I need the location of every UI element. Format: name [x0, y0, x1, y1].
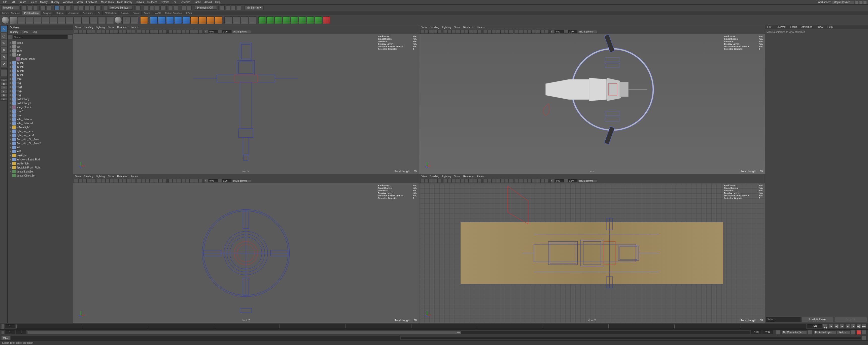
- outliner-item-ring1[interactable]: ⊞ring1: [8, 85, 72, 89]
- expose-icon[interactable]: [540, 179, 545, 183]
- load-attributes-button[interactable]: Load Attributes: [802, 317, 834, 322]
- safe-action-icon[interactable]: [473, 30, 477, 34]
- image-plane-icon[interactable]: [91, 30, 95, 34]
- command-input[interactable]: [11, 336, 400, 340]
- select-camera-icon[interactable]: [420, 179, 424, 183]
- edit-edge-flow-icon[interactable]: [307, 16, 314, 24]
- tree-toggle-icon[interactable]: ⊞: [9, 142, 11, 145]
- shelf-tab-custom[interactable]: Custom: [119, 11, 131, 15]
- gamma-field[interactable]: [568, 30, 578, 33]
- anim-layer-dropdown[interactable]: No Anim Layer: [813, 331, 836, 334]
- motion-blur-icon[interactable]: [536, 30, 540, 34]
- outliner-item-SpotLightFront_Right[interactable]: ⊞SpotLightFront_Right: [8, 166, 72, 170]
- tree-toggle-icon[interactable]: ⊞: [9, 167, 11, 169]
- resolution-gate-icon[interactable]: [460, 179, 464, 183]
- tree-toggle-icon[interactable]: ⊞: [9, 46, 11, 48]
- vp-menu-shading[interactable]: Shading: [83, 26, 94, 29]
- snap-live-icon[interactable]: [95, 5, 100, 10]
- sign-in-button[interactable]: Sign in ▾: [245, 5, 264, 10]
- select-by-component-icon[interactable]: [65, 5, 70, 10]
- grease-pencil-icon[interactable]: [101, 179, 105, 183]
- shadows-icon[interactable]: [509, 179, 513, 183]
- gamma-icon[interactable]: γ: [551, 179, 555, 183]
- outliner-item-front[interactable]: ⊞front: [8, 49, 72, 53]
- polyplatonic-icon[interactable]: [58, 16, 65, 24]
- tree-toggle-icon[interactable]: ⊞: [9, 42, 11, 44]
- tree-toggle-icon[interactable]: ⊟: [9, 54, 11, 56]
- cb-tab-list[interactable]: List: [765, 25, 774, 29]
- menu-windows[interactable]: Windows: [61, 0, 74, 4]
- outliner-item-right_ring_arm1[interactable]: ⊞right_ring_arm1: [8, 133, 72, 137]
- shelf-tab-mash[interactable]: MASH: [152, 11, 163, 15]
- menu-generate[interactable]: Generate: [178, 0, 192, 4]
- 2d-pan-icon[interactable]: [443, 179, 447, 183]
- ghost-icon[interactable]: [226, 5, 230, 10]
- vp-menu-panels[interactable]: Panels: [129, 175, 140, 178]
- polysphere-icon[interactable]: [1, 16, 9, 24]
- go-to-end-button[interactable]: ▶▶|: [862, 324, 867, 329]
- auto-key-icon[interactable]: [851, 330, 856, 335]
- outliner-item-Arm_with_Big_Solar[interactable]: ⊞Arm_with_Big_Solar: [8, 137, 72, 141]
- shelf-tab-curves-surfaces[interactable]: Curves / Surfaces: [0, 11, 23, 15]
- wireframe-on-shaded-icon[interactable]: [496, 179, 500, 183]
- select-by-hierarchy-icon[interactable]: [54, 5, 59, 10]
- outliner-item-imagePlane1[interactable]: imagePlane1: [8, 57, 72, 61]
- vp-menu-shading[interactable]: Shading: [429, 175, 440, 178]
- lock-camera-icon[interactable]: [78, 30, 82, 34]
- snap-grid-icon[interactable]: [73, 5, 78, 10]
- shelf-tab-motion-graphics[interactable]: Motion Graphics: [163, 11, 184, 15]
- smooth-icon[interactable]: [166, 16, 174, 24]
- menu-file[interactable]: File: [1, 0, 8, 4]
- copy-tab-button[interactable]: Copy Tab: [835, 317, 867, 322]
- scale-tool[interactable]: ⤢: [0, 61, 7, 67]
- vp-menu-lighting[interactable]: Lighting: [95, 26, 106, 29]
- field-chart-icon[interactable]: [123, 30, 127, 34]
- safe-title-icon[interactable]: [477, 30, 482, 34]
- menu-uv[interactable]: UV: [171, 0, 178, 4]
- cb-tab-attributes[interactable]: Attributes: [799, 25, 814, 29]
- xray-components-icon[interactable]: [528, 30, 532, 34]
- depth-of-field-icon[interactable]: [532, 30, 536, 34]
- smooth-shade-icon[interactable]: [488, 179, 492, 183]
- gamma-field[interactable]: [222, 30, 231, 33]
- select-tool[interactable]: ↖: [0, 26, 7, 32]
- polyhelix-icon[interactable]: [90, 16, 98, 24]
- merge-icon[interactable]: [282, 16, 290, 24]
- outliner-item-head1[interactable]: ⊞head1: [8, 109, 72, 113]
- vp-menu-shading[interactable]: Shading: [83, 175, 94, 178]
- film-gate-icon[interactable]: [110, 30, 114, 34]
- grid-icon[interactable]: [105, 179, 110, 183]
- colorspace-dropdown[interactable]: sRGB gamma: [231, 179, 251, 182]
- live-surface-dropdown[interactable]: No Live Surface: [109, 6, 133, 9]
- outliner-item-led[interactable]: ⊞led: [8, 145, 72, 149]
- film-gate-icon[interactable]: [456, 30, 460, 34]
- camera-attrs-icon[interactable]: [83, 30, 87, 34]
- use-default-mat-icon[interactable]: [492, 179, 496, 183]
- outliner-item-top[interactable]: ⊞top: [8, 45, 72, 49]
- three-top-layout[interactable]: ▦: [0, 94, 7, 97]
- outliner-item-side[interactable]: ⊟side: [8, 53, 72, 57]
- motion-blur-icon[interactable]: [536, 179, 540, 183]
- gate-mask-icon[interactable]: [465, 30, 469, 34]
- wireframe-on-shaded-icon[interactable]: [496, 30, 500, 34]
- menu-create[interactable]: Create: [17, 0, 27, 4]
- xray-icon[interactable]: [182, 5, 186, 10]
- menu-mesh[interactable]: Mesh: [75, 0, 84, 4]
- vp-menu-renderer[interactable]: Renderer: [116, 26, 129, 29]
- outliner-persp-layout[interactable]: ▭: [0, 97, 7, 101]
- smooth-shade-icon[interactable]: [488, 30, 492, 34]
- extrude-icon[interactable]: [190, 16, 198, 24]
- polytype-icon[interactable]: T: [122, 16, 130, 24]
- move-tool[interactable]: ✥: [0, 47, 7, 53]
- 2d-pan-icon[interactable]: [97, 179, 101, 183]
- tree-toggle-icon[interactable]: ⊞: [9, 130, 11, 133]
- textured-icon[interactable]: [154, 179, 158, 183]
- shadows-icon[interactable]: [163, 30, 167, 34]
- vp-menu-panels[interactable]: Panels: [129, 26, 140, 29]
- set-key-icon[interactable]: [857, 330, 861, 335]
- vp-menu-panels[interactable]: Panels: [475, 175, 486, 178]
- construction-history-icon[interactable]: [136, 5, 141, 10]
- exposure-field[interactable]: [209, 179, 218, 182]
- grease-pencil-icon[interactable]: [101, 30, 105, 34]
- isolate-icon[interactable]: [168, 30, 173, 34]
